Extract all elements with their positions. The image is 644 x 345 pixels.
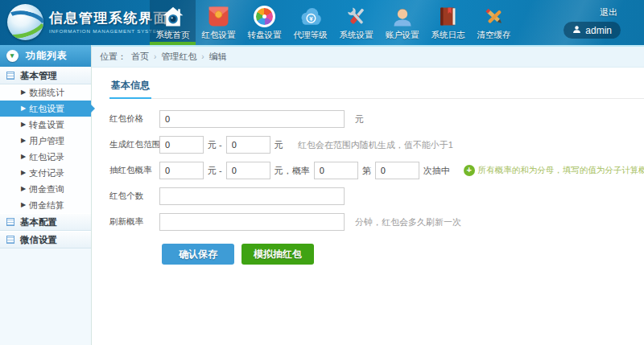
- agent-level-cloud-icon: ¥: [298, 4, 323, 29]
- range-label: 生成红包范围: [109, 139, 159, 150]
- breadcrumb-prefix: 位置：: [100, 51, 126, 63]
- sidebar-panel-title: 功能列表: [26, 49, 68, 63]
- tab-label: 系统首页: [156, 30, 190, 41]
- section-label: 基本配置: [20, 216, 57, 228]
- caret-right-icon: ▶: [21, 169, 26, 176]
- globe-logo-icon: [7, 4, 43, 40]
- red-packet-form: 红包价格 元 生成红包范围 元 - 元 红包会在范围内随机生成，值不能小于1 抽…: [109, 110, 644, 265]
- list-square-icon: [6, 72, 14, 80]
- probability-value-input[interactable]: [314, 162, 358, 179]
- form-panel: 基本信息 红包价格 元 生成红包范围 元 - 元 红包会在范围内随机生: [92, 68, 644, 265]
- probability-hint-wrap: + 所有概率的和为分母，填写的值为分子计算概率，第几次可以不填: [464, 165, 644, 176]
- logout-link[interactable]: 退出: [600, 6, 617, 18]
- item-label: 支付记录: [29, 167, 64, 179]
- probability-label: 抽红包概率: [109, 165, 159, 176]
- range-from-input[interactable]: [159, 136, 204, 154]
- probability-to-input[interactable]: [226, 162, 270, 179]
- sidebar-item-commission-query[interactable]: ▶ 佣金查询: [0, 181, 91, 197]
- form-row-count: 红包个数: [109, 187, 644, 205]
- tab-system-home[interactable]: 系统首页: [150, 0, 196, 45]
- probability-hint: 所有概率的和为分母，填写的值为分子计算概率，第几次可以不填: [478, 165, 644, 176]
- tab-system-log[interactable]: 系统日志: [425, 0, 471, 45]
- svg-text:¥: ¥: [309, 14, 313, 22]
- tab-system-settings[interactable]: 系统设置: [333, 0, 379, 45]
- section-label: 基本管理: [20, 70, 57, 82]
- item-label: 佣金查询: [29, 183, 64, 195]
- main-content: 位置： 首页 › 管理红包 › 编辑 基本信息 红包价格 元: [92, 45, 644, 345]
- price-input[interactable]: [159, 110, 345, 128]
- tab-agent-level[interactable]: ¥ 代理等级: [287, 0, 333, 45]
- main-nav-tabs: 系统首页 红包设置 转盘设置: [150, 0, 517, 45]
- form-row-range: 生成红包范围 元 - 元 红包会在范围内随机生成，值不能小于1: [109, 136, 644, 154]
- sidebar-item-red-packet-records[interactable]: ▶ 红包记录: [0, 149, 91, 165]
- breadcrumb-home[interactable]: 首页: [131, 51, 149, 63]
- sidebar-section-wechat-settings[interactable]: 微信设置: [0, 231, 91, 248]
- account-person-icon: [390, 4, 415, 29]
- tab-label: 系统日志: [431, 30, 465, 41]
- tab-red-packet-settings[interactable]: 红包设置: [196, 0, 242, 45]
- tab-label: 清空缓存: [477, 30, 511, 41]
- caret-right-icon: ▶: [21, 153, 26, 160]
- caret-right-icon: ▶: [21, 105, 26, 112]
- sidebar-section-basic-management[interactable]: 基本管理: [0, 67, 91, 84]
- current-user-badge[interactable]: admin: [564, 22, 621, 39]
- breadcrumb: 位置： 首页 › 管理红包 › 编辑: [92, 45, 644, 68]
- caret-right-icon: ▶: [21, 137, 26, 144]
- collapse-circle-icon[interactable]: ▾: [6, 50, 19, 62]
- log-book-icon: [436, 4, 460, 29]
- app-window: 信息管理系统界面 INFORMATION MANAGEMENT SYSTEM G…: [0, 0, 644, 345]
- refresh-label: 刷新概率: [109, 216, 159, 228]
- tab-label: 代理等级: [294, 30, 328, 41]
- probability-from-input[interactable]: [159, 162, 204, 179]
- refresh-input[interactable]: [159, 213, 345, 231]
- breadcrumb-manage-red-packet[interactable]: 管理红包: [161, 51, 196, 63]
- tab-label: 转盘设置: [248, 30, 282, 41]
- item-label: 佣金结算: [29, 199, 64, 212]
- user-icon: [572, 25, 581, 36]
- probability-nth-input[interactable]: [375, 162, 419, 179]
- form-buttons-row: 确认保存 模拟抽红包: [109, 244, 644, 265]
- item-label: 红包设置: [29, 103, 64, 115]
- tools-icon: [344, 4, 369, 29]
- count-input[interactable]: [159, 187, 345, 205]
- probability-mid-label: 元 -: [208, 165, 222, 177]
- item-label: 红包记录: [29, 151, 64, 163]
- simulate-draw-button[interactable]: 模拟抽红包: [242, 244, 314, 265]
- tab-label: 账户设置: [386, 30, 419, 41]
- list-square-icon: [6, 218, 14, 226]
- tab-clear-cache[interactable]: 清空缓存: [471, 0, 517, 45]
- caret-right-icon: ▶: [21, 185, 26, 192]
- tab-label: 系统设置: [340, 30, 374, 41]
- tab-wheel-settings[interactable]: 转盘设置: [242, 0, 287, 45]
- item-label: 数据统计: [29, 87, 64, 99]
- sidebar-panel-header[interactable]: ▾ 功能列表: [0, 45, 91, 67]
- add-probability-icon[interactable]: +: [464, 165, 475, 176]
- sidebar-item-data-statistics[interactable]: ▶ 数据统计: [0, 84, 91, 101]
- caret-right-icon: ▶: [21, 201, 26, 208]
- red-packet-icon: [206, 4, 231, 29]
- tab-basic-info[interactable]: 基本信息: [109, 79, 151, 99]
- sidebar-item-wheel-settings[interactable]: ▶ 转盘设置: [0, 117, 91, 133]
- clear-cache-icon: [481, 4, 506, 29]
- list-square-icon: [6, 236, 14, 244]
- breadcrumb-separator-icon: ›: [201, 52, 204, 61]
- username-label: admin: [585, 25, 612, 36]
- range-to-input[interactable]: [226, 136, 270, 154]
- tab-account-settings[interactable]: 账户设置: [379, 0, 425, 45]
- breadcrumb-edit: 编辑: [209, 51, 227, 63]
- refresh-hint: 分钟，红包会多久刷新一次: [355, 216, 461, 228]
- page-body: ▾ 功能列表 基本管理 ▶ 数据统计 ▶ 红包设置 ▶ 转盘设置 ▶ 用户管理: [0, 45, 644, 345]
- section-label: 微信设置: [20, 234, 57, 246]
- sidebar-item-red-packet-settings[interactable]: ▶ 红包设置: [0, 101, 91, 117]
- sidebar-item-user-management[interactable]: ▶ 用户管理: [0, 133, 91, 149]
- sidebar-item-payment-records[interactable]: ▶ 支付记录: [0, 165, 91, 181]
- section-title-row: 基本信息: [109, 68, 644, 99]
- breadcrumb-separator-icon: ›: [154, 52, 156, 61]
- probability-prob-label: 元，概率: [275, 165, 310, 177]
- item-label: 用户管理: [29, 135, 64, 147]
- form-row-price: 红包价格 元: [109, 110, 644, 128]
- sidebar-item-commission-settlement[interactable]: ▶ 佣金结算: [0, 197, 91, 213]
- form-row-refresh: 刷新概率 分钟，红包会多久刷新一次: [109, 213, 644, 231]
- sidebar-section-basic-config[interactable]: 基本配置: [0, 213, 91, 231]
- save-button[interactable]: 确认保存: [162, 244, 234, 265]
